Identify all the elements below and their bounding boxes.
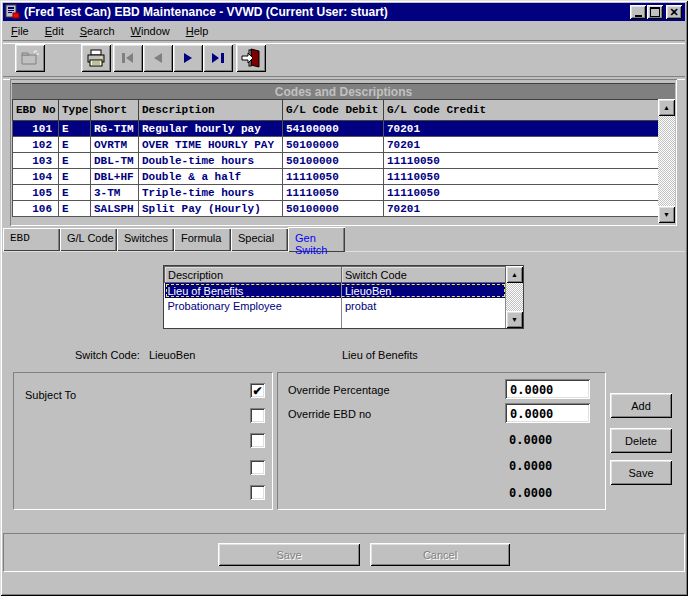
close-icon: ✕ — [669, 7, 678, 18]
table-cell: 101 — [13, 121, 59, 137]
table-cell: E — [59, 185, 91, 201]
save-button[interactable]: Save — [610, 460, 672, 485]
table-cell: Regular hourly pay — [139, 121, 283, 137]
table-cell: Triple-time hours — [139, 185, 283, 201]
scroll-down-icon[interactable]: ▼ — [658, 206, 675, 223]
title-bar[interactable]: (Fred Test Can) EBD Maintenance - VVWD (… — [3, 3, 685, 21]
last-record-button[interactable] — [203, 44, 233, 72]
switch-code-value: LieuoBen — [143, 349, 196, 361]
table-cell: 11110050 — [384, 169, 659, 185]
codes-table: EBD No Type Short Description G/L Code D… — [12, 99, 659, 217]
app-window: (Fred Test Can) EBD Maintenance - VVWD (… — [0, 0, 688, 596]
table-cell: 103 — [13, 153, 59, 169]
close-button[interactable]: ✕ — [666, 5, 682, 19]
col-switch-code: Switch Code — [342, 267, 506, 283]
table-cell: E — [59, 153, 91, 169]
menu-help[interactable]: Help — [178, 23, 217, 40]
minimize-icon — [635, 15, 642, 17]
add-button[interactable]: Add — [610, 393, 672, 418]
codes-table-scrollbar[interactable]: ▲ ▼ — [658, 99, 675, 223]
table-cell: 3-TM — [91, 185, 139, 201]
override-percentage-input[interactable] — [505, 379, 590, 399]
table-cell: Double-time hours — [139, 153, 283, 169]
table-row[interactable]: 105E3-TMTriple-time hours111100501111005… — [13, 185, 659, 201]
override-ebd-no-input[interactable] — [505, 403, 590, 423]
table-cell: DBL-TM — [91, 153, 139, 169]
print-button[interactable] — [81, 44, 111, 72]
col-gl-credit: G/L Code Credit — [384, 100, 659, 121]
menu-search[interactable]: Search — [72, 23, 123, 40]
next-record-button[interactable] — [173, 44, 203, 72]
table-cell: E — [59, 121, 91, 137]
subject-to-label: Subject To — [25, 389, 76, 401]
app-icon — [5, 4, 21, 20]
table-cell: E — [59, 201, 91, 217]
tab-special[interactable]: Special — [231, 228, 288, 251]
table-cell: Double & a half — [139, 169, 283, 185]
table-cell: 11110050 — [384, 153, 659, 169]
previous-record-button[interactable] — [143, 44, 173, 72]
table-row[interactable]: 103EDBL-TMDouble-time hours5010000011110… — [13, 153, 659, 169]
tab-formula[interactable]: Formula — [174, 228, 231, 251]
table-cell: 70201 — [384, 121, 659, 137]
value-field-5: 0.0000 — [509, 486, 552, 500]
table-cell: 102 — [13, 137, 59, 153]
scroll-up-icon[interactable]: ▲ — [658, 99, 675, 116]
first-record-button[interactable] — [113, 44, 143, 72]
subject-to-checkbox-5[interactable] — [250, 485, 265, 500]
table-cell: 50100000 — [283, 137, 384, 153]
codes-panel-title: Codes and Descriptions — [12, 83, 675, 100]
switch-code-label: Switch Code: — [75, 349, 140, 361]
table-row[interactable]: Probationary Employeeprobat — [165, 298, 506, 313]
table-row[interactable]: 106ESALSPHSplit Pay (Hourly)501000007020… — [13, 201, 659, 217]
override-percentage-label: Override Percentage — [288, 384, 390, 396]
table-cell: OVRTM — [91, 137, 139, 153]
table-row[interactable]: 104EDBL+HFDouble & a half111100501111005… — [13, 169, 659, 185]
footer-cancel-button[interactable]: Cancel — [370, 543, 510, 566]
table-cell: DBL+HF — [91, 169, 139, 185]
table-cell: OVER TIME HOURLY PAY — [139, 137, 283, 153]
printer-icon — [86, 49, 106, 67]
switch-description-value: Lieu of Benefits — [342, 349, 418, 361]
subject-to-checkbox-2[interactable] — [250, 408, 265, 423]
override-ebd-no-label: Override EBD no — [288, 408, 371, 420]
scroll-up-icon[interactable]: ▲ — [506, 266, 523, 283]
maximize-button[interactable] — [647, 5, 663, 19]
switch-table: Description Switch Code Lieu of Benefits… — [164, 266, 506, 328]
codes-table-header: EBD No Type Short Description G/L Code D… — [13, 100, 659, 121]
menu-edit[interactable]: Edit — [37, 23, 72, 40]
tab-gen-switch[interactable]: Gen Switch — [288, 227, 345, 252]
footer-save-button[interactable]: Save — [218, 543, 360, 566]
subject-to-checkbox-4[interactable] — [250, 460, 265, 475]
switch-list: Description Switch Code Lieu of Benefits… — [163, 265, 524, 329]
table-row[interactable]: 101ERG-TIMRegular hourly pay541000007020… — [13, 121, 659, 137]
exit-button[interactable] — [236, 44, 266, 72]
switch-table-scrollbar[interactable]: ▲ ▼ — [506, 266, 523, 328]
delete-button[interactable]: Delete — [610, 428, 672, 453]
value-field-4: 0.0000 — [509, 459, 552, 473]
subject-to-checkbox-1[interactable]: ✔ — [250, 383, 265, 398]
switch-table-body: Lieu of BenefitsLieuoBenProbationary Emp… — [165, 283, 506, 329]
table-row[interactable]: 102EOVRTMOVER TIME HOURLY PAY50100000702… — [13, 137, 659, 153]
last-record-icon — [211, 52, 225, 64]
folder-icon — [20, 50, 40, 66]
subject-to-checkbox-3[interactable] — [250, 433, 265, 448]
table-cell: 70201 — [384, 137, 659, 153]
table-cell: LieuoBen — [342, 283, 506, 299]
menu-window[interactable]: Window — [123, 23, 178, 40]
table-cell: Lieu of Benefits — [165, 283, 342, 299]
tab-switches[interactable]: Switches — [117, 228, 174, 251]
switch-table-header: Description Switch Code — [165, 267, 506, 283]
switch-code-summary: Switch Code: LieuoBen — [75, 349, 195, 361]
tab-ebd[interactable]: EBD — [3, 228, 60, 251]
exit-door-icon — [241, 48, 261, 68]
col-switch-description: Description — [165, 267, 342, 283]
menu-file[interactable]: File — [3, 23, 37, 40]
table-row[interactable]: Lieu of BenefitsLieuoBen — [165, 283, 506, 299]
table-cell: 106 — [13, 201, 59, 217]
open-folder-button[interactable] — [15, 44, 45, 72]
col-short: Short — [91, 100, 139, 121]
tab-gl-code[interactable]: G/L Code — [60, 228, 117, 251]
scroll-down-icon[interactable]: ▼ — [506, 311, 523, 328]
minimize-button[interactable] — [630, 5, 646, 19]
